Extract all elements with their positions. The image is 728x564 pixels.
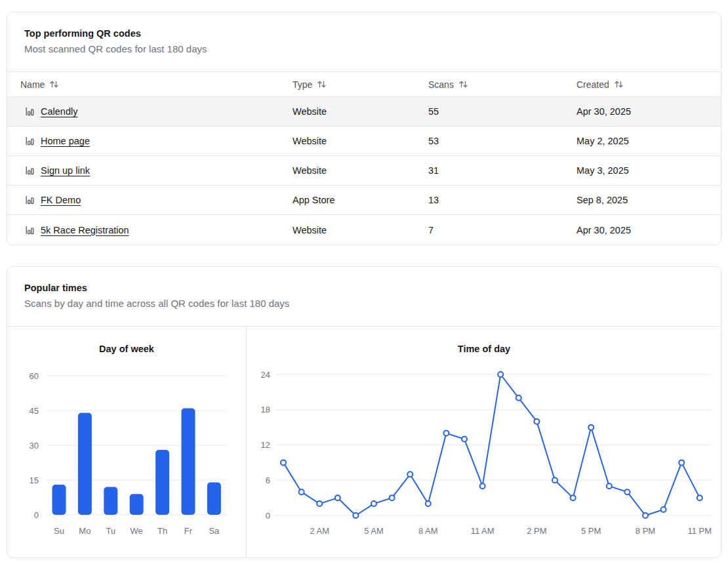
svg-text:0: 0 bbox=[266, 511, 270, 521]
table-row: Calendly Website 55 Apr 30, 2025 bbox=[7, 97, 721, 127]
time-of-day-chart: 061218242 AM5 AM8 AM11 AM2 PM5 PM8 PM11 … bbox=[247, 355, 721, 557]
qr-name-cell: Sign up link bbox=[24, 165, 293, 176]
svg-text:Th: Th bbox=[157, 526, 167, 536]
qr-name-cell: 5k Race Registration bbox=[24, 225, 293, 235]
qr-type: Website bbox=[293, 165, 428, 176]
svg-text:11 AM: 11 AM bbox=[471, 526, 495, 536]
column-header-created[interactable]: Created bbox=[576, 79, 721, 90]
card-subtitle: Scans by day and time across all QR code… bbox=[24, 298, 704, 309]
svg-text:2 AM: 2 AM bbox=[310, 526, 329, 536]
svg-text:Tu: Tu bbox=[106, 526, 115, 536]
svg-text:18: 18 bbox=[261, 405, 270, 414]
qr-name-link[interactable]: 5k Race Registration bbox=[41, 225, 129, 235]
svg-text:5 AM: 5 AM bbox=[364, 526, 384, 536]
top-qr-codes-header: Top performing QR codes Most scanned QR … bbox=[7, 12, 721, 72]
table-row: Sign up link Website 31 May 3, 2025 bbox=[7, 156, 721, 186]
svg-text:15: 15 bbox=[30, 475, 39, 485]
qr-created: Sep 8, 2025 bbox=[576, 195, 721, 205]
bar-chart-icon bbox=[24, 225, 35, 235]
day-of-week-panel: Day of week 015304560SuMoTuWeThFrSa bbox=[7, 327, 247, 557]
svg-text:60: 60 bbox=[30, 371, 39, 381]
bar-chart-icon bbox=[24, 106, 35, 117]
qr-scans: 53 bbox=[428, 136, 576, 146]
day-of-week-chart: 015304560SuMoTuWeThFrSa bbox=[7, 355, 246, 557]
column-header-type[interactable]: Type bbox=[293, 79, 428, 90]
table-body: Calendly Website 55 Apr 30, 2025 Home pa… bbox=[7, 97, 721, 245]
svg-text:12: 12 bbox=[261, 440, 270, 450]
card-title: Popular times bbox=[24, 283, 704, 293]
qr-name-cell: FK Demo bbox=[24, 195, 293, 205]
card-subtitle: Most scanned QR codes for last 180 days bbox=[24, 43, 704, 54]
svg-text:Sa: Sa bbox=[209, 526, 220, 536]
charts-container: Day of week 015304560SuMoTuWeThFrSa Time… bbox=[7, 327, 721, 557]
svg-text:11 PM: 11 PM bbox=[687, 526, 712, 536]
column-header-name[interactable]: Name bbox=[20, 79, 293, 90]
sort-icon bbox=[458, 79, 468, 89]
qr-created: May 3, 2025 bbox=[576, 165, 721, 176]
svg-text:0: 0 bbox=[34, 510, 39, 520]
svg-text:Fr: Fr bbox=[184, 526, 193, 536]
table-row: Home page Website 53 May 2, 2025 bbox=[7, 127, 721, 156]
qr-name-cell: Calendly bbox=[24, 106, 293, 117]
svg-text:45: 45 bbox=[30, 406, 39, 416]
qr-name-link[interactable]: Home page bbox=[41, 136, 90, 146]
qr-type: Website bbox=[293, 136, 428, 146]
popular-times-header: Popular times Scans by day and time acro… bbox=[7, 267, 721, 327]
sort-icon bbox=[49, 79, 59, 89]
svg-text:30: 30 bbox=[30, 441, 39, 451]
qr-scans: 13 bbox=[428, 195, 576, 205]
qr-type: Website bbox=[293, 225, 428, 235]
svg-text:Mo: Mo bbox=[79, 526, 91, 536]
svg-text:8 AM: 8 AM bbox=[418, 526, 438, 536]
bar-chart-icon bbox=[24, 136, 35, 146]
qr-created: Apr 30, 2025 bbox=[576, 225, 721, 235]
bar-chart-icon bbox=[24, 165, 35, 176]
top-qr-codes-card: Top performing QR codes Most scanned QR … bbox=[7, 12, 721, 245]
qr-created: Apr 30, 2025 bbox=[576, 106, 721, 117]
table-row: 5k Race Registration Website 7 Apr 30, 2… bbox=[7, 215, 721, 245]
qr-scans: 7 bbox=[428, 225, 576, 235]
svg-text:6: 6 bbox=[266, 475, 270, 485]
svg-text:2 PM: 2 PM bbox=[527, 526, 546, 536]
bar-chart-icon bbox=[24, 195, 35, 205]
table-header-row: Name Type Scans Created bbox=[7, 72, 721, 97]
svg-text:8 PM: 8 PM bbox=[636, 526, 655, 536]
chart-title: Day of week bbox=[7, 344, 246, 354]
sort-icon bbox=[614, 79, 624, 89]
qr-name-link[interactable]: Calendly bbox=[41, 106, 77, 117]
qr-type: Website bbox=[293, 106, 428, 117]
svg-text:5 PM: 5 PM bbox=[581, 526, 601, 536]
qr-name-link[interactable]: Sign up link bbox=[41, 165, 90, 176]
card-title: Top performing QR codes bbox=[24, 28, 704, 39]
svg-text:Su: Su bbox=[54, 526, 64, 536]
time-of-day-panel: Time of day 061218242 AM5 AM8 AM11 AM2 P… bbox=[247, 327, 721, 557]
svg-text:24: 24 bbox=[261, 370, 270, 380]
qr-scans: 31 bbox=[428, 165, 576, 176]
qr-name-link[interactable]: FK Demo bbox=[41, 195, 81, 205]
qr-type: App Store bbox=[293, 195, 428, 205]
analytics-page: Top performing QR codes Most scanned QR … bbox=[0, 0, 728, 558]
chart-title: Time of day bbox=[247, 344, 721, 354]
qr-name-cell: Home page bbox=[24, 136, 293, 146]
column-header-scans[interactable]: Scans bbox=[428, 79, 576, 90]
qr-created: May 2, 2025 bbox=[576, 136, 721, 146]
popular-times-card: Popular times Scans by day and time acro… bbox=[7, 266, 721, 558]
svg-text:We: We bbox=[131, 526, 143, 536]
qr-scans: 55 bbox=[428, 106, 576, 117]
table-row: FK Demo App Store 13 Sep 8, 2025 bbox=[7, 186, 721, 215]
sort-icon bbox=[317, 79, 327, 89]
